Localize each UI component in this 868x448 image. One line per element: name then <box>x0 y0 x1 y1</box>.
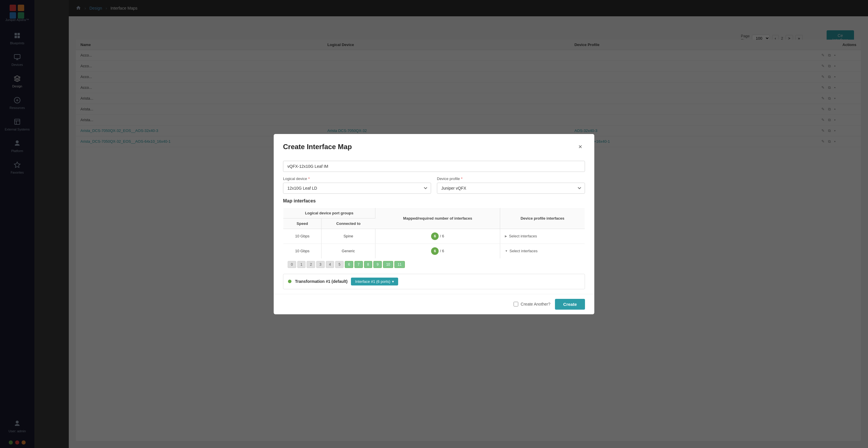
create-interface-map-modal: Create Interface Map × Logical device * … <box>274 134 594 314</box>
required-star-2: * <box>461 177 463 181</box>
map-interfaces-title: Map interfaces <box>283 198 585 203</box>
select-interfaces-cell-2: ▼ Select interfaces <box>500 244 585 258</box>
arrow-down-icon: ▼ <box>505 249 508 253</box>
modal-title: Create Interface Map <box>283 143 352 151</box>
chip-5[interactable]: 5 <box>335 261 344 268</box>
transformation-label: Transformation #1 (default) <box>295 279 347 284</box>
device-profile-select[interactable]: Juniper vQFX <box>437 183 585 194</box>
map-table-row-2: 10 Gbps Generic 6 / 6 ▼ Select interface <box>283 244 585 258</box>
arrow-right-icon: ▶ <box>505 234 507 238</box>
speed-header: Speed <box>283 218 321 229</box>
map-interfaces-table: Logical device port groups Mapped/requir… <box>283 208 585 259</box>
select-interfaces-cell-1: ▶ Select interfaces <box>500 229 585 244</box>
modal-body: Logical device * 12x10G Leaf LD Device p… <box>274 156 594 294</box>
name-form-group <box>283 161 585 172</box>
chip-9[interactable]: 9 <box>373 261 382 268</box>
connected-to-cell-1: Spine <box>321 229 375 244</box>
create-another-label[interactable]: Create Another? <box>514 302 550 307</box>
chip-7[interactable]: 7 <box>354 261 363 268</box>
mapped-cell-1: 6 / 6 <box>375 229 500 244</box>
chip-0[interactable]: 0 <box>288 261 296 268</box>
chip-1[interactable]: 1 <box>297 261 306 268</box>
select-interfaces-btn-1[interactable]: ▶ Select interfaces <box>505 234 580 238</box>
logical-device-group: Logical device * 12x10G Leaf LD <box>283 177 431 194</box>
mapped-badge-2: 6 <box>431 247 439 255</box>
chip-2[interactable]: 2 <box>307 261 315 268</box>
connected-to-cell-2: Generic <box>321 244 375 258</box>
modal-close-button[interactable]: × <box>576 142 585 152</box>
connected-to-header: Connected to <box>321 218 375 229</box>
dropdown-arrow-icon: ▾ <box>392 279 394 284</box>
chip-11[interactable]: 11 <box>394 261 405 268</box>
interface-badge-button[interactable]: Interface #1 (6 ports) ▾ <box>351 278 398 285</box>
transformation-row: Transformation #1 (default) Interface #1… <box>283 274 585 289</box>
modal-overlay: Create Interface Map × Logical device * … <box>0 0 868 448</box>
chip-4[interactable]: 4 <box>326 261 334 268</box>
create-button[interactable]: Create <box>555 299 585 310</box>
required-star-1: * <box>308 177 310 181</box>
ratio-sep-2: / 6 <box>440 249 444 253</box>
interface-badge-label: Interface #1 (6 ports) <box>355 279 390 284</box>
logical-device-label: Logical device * <box>283 177 431 181</box>
map-table-row-1: 10 Gbps Spine 6 / 6 ▶ Select interfaces <box>283 229 585 244</box>
create-another-checkbox[interactable] <box>514 302 518 307</box>
chip-10[interactable]: 10 <box>383 261 393 268</box>
device-profile-label: Device profile * <box>437 177 585 181</box>
logical-device-select[interactable]: 12x10G Leaf LD <box>283 183 431 194</box>
transform-dot <box>288 280 291 283</box>
port-groups-header: Logical device port groups <box>283 208 375 218</box>
name-input[interactable] <box>283 161 585 172</box>
mapped-cell-2: 6 / 6 <box>375 244 500 258</box>
mapped-header: Mapped/required number of interfaces <box>375 208 500 229</box>
device-profile-interfaces-header: Device profile interfaces <box>500 208 585 229</box>
select-interfaces-btn-2[interactable]: ▼ Select interfaces <box>505 249 580 253</box>
chip-8[interactable]: 8 <box>364 261 372 268</box>
chip-3[interactable]: 3 <box>316 261 325 268</box>
interface-chips-row: 0 1 2 3 4 5 6 7 8 9 10 11 <box>283 259 585 271</box>
speed-cell-2: 10 Gbps <box>283 244 321 258</box>
device-fields-row: Logical device * 12x10G Leaf LD Device p… <box>283 177 585 198</box>
chip-6[interactable]: 6 <box>345 261 353 268</box>
modal-footer: Create Another? Create <box>274 294 594 314</box>
device-profile-group: Device profile * Juniper vQFX <box>437 177 585 194</box>
mapped-badge-1: 6 <box>431 232 439 240</box>
modal-header: Create Interface Map × <box>274 134 594 156</box>
ratio-sep-1: / 6 <box>440 234 444 238</box>
speed-cell-1: 10 Gbps <box>283 229 321 244</box>
